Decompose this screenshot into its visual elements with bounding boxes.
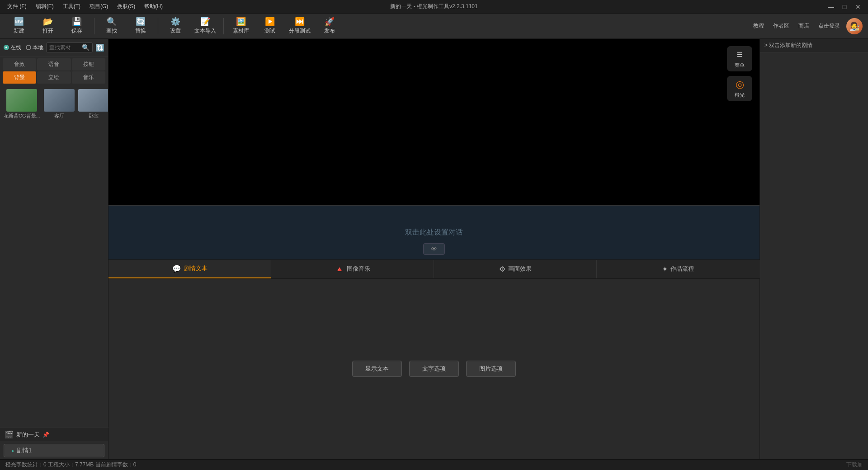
asset-thumb-3 — [78, 89, 108, 112]
open-icon: 📂 — [43, 18, 53, 26]
separator-1 — [94, 18, 94, 34]
search-area: 在线 本地 🔍 🔃 — [0, 39, 108, 56]
assets-button[interactable]: 🖼️ 素材库 — [227, 15, 255, 37]
import-icon: 📝 — [200, 18, 210, 26]
replace-icon: 🔄 — [136, 18, 146, 26]
dialog-placeholder[interactable]: 双击此处设置对话 — [405, 228, 463, 237]
titlebar-title: 新的一天 - 橙光制作工具v2.2.3.1101 — [390, 3, 477, 10]
import-button[interactable]: 📝 文本导入 — [191, 15, 220, 37]
dialog-area[interactable]: 双击此处设置对话 👁 — [108, 205, 760, 259]
tab-sound-effect[interactable]: 音效 — [3, 58, 36, 70]
asset-thumb-2 — [44, 89, 75, 112]
tab-sprite[interactable]: 立绘 — [37, 71, 71, 84]
split-test-icon: ⏭️ — [295, 18, 305, 26]
show-text-button[interactable]: 显示文本 — [352, 361, 402, 377]
tab-work-flow[interactable]: ✦ 作品流程 — [597, 260, 760, 278]
maximize-button[interactable]: □ — [838, 2, 851, 11]
tab-script-text[interactable]: 💬 剧情文本 — [108, 260, 271, 278]
assets-icon: 🖼️ — [236, 18, 246, 26]
test-button[interactable]: ▶️ 测试 — [256, 15, 283, 37]
search-icon[interactable]: 🔍 — [82, 44, 90, 51]
user-avatar[interactable]: 🧑‍🎨 — [846, 18, 863, 34]
search-input[interactable] — [49, 44, 81, 51]
tab-image-music[interactable]: 🔺 图像音乐 — [271, 260, 434, 278]
image-options-button[interactable]: 图片选项 — [466, 361, 516, 377]
new-button[interactable]: 🆕 新建 — [5, 15, 33, 37]
tab-music[interactable]: 音乐 — [72, 71, 105, 84]
menu-overlay-label: 菜单 — [735, 62, 745, 69]
tutorial-link[interactable]: 教程 — [750, 20, 767, 32]
radio-online-dot — [4, 45, 9, 50]
settings-button[interactable]: ⚙️ 设置 — [162, 15, 189, 37]
menu-item-h[interactable]: 帮助(H) — [141, 2, 166, 11]
preview-canvas[interactable]: ≡ 菜单 ◎ 橙光 — [108, 39, 760, 205]
split-test-button[interactable]: ⏭️ 分段测试 — [285, 15, 314, 37]
orange-overlay-button[interactable]: ◎ 橙光 — [727, 76, 752, 101]
screen-effect-icon: ⚙ — [499, 265, 505, 273]
scene-bullet: ● — [11, 448, 14, 453]
project-pin-icon: 📌 — [42, 432, 49, 438]
titlebar: 文件 (F)编辑(E)工具(T)项目(G)换肤(S)帮助(H) 新的一天 - 橙… — [0, 0, 868, 14]
statusbar: 橙光字数统计：0 工程大小：7.77MB 当前剧情字数：0 下载加 — [0, 459, 868, 470]
menu-item-e[interactable]: 编辑(E) — [32, 2, 57, 11]
close-button[interactable]: ✕ — [852, 2, 864, 11]
app: 文件 (F)编辑(E)工具(T)项目(G)换肤(S)帮助(H) 新的一天 - 橙… — [0, 0, 868, 470]
asset-label-3: 卧室 — [78, 113, 108, 119]
asset-item-3[interactable]: 卧室 — [77, 88, 108, 120]
replace-button[interactable]: 🔄 替换 — [127, 15, 154, 37]
text-options-button[interactable]: 文字选项 — [409, 361, 459, 377]
scene-list-hint[interactable]: > 双击添加新的剧情 — [760, 39, 868, 52]
radio-local-dot — [26, 45, 31, 50]
project-icon: 🎬 — [5, 430, 14, 439]
toolbar-right: 教程 作者区 商店 点击登录 🧑‍🎨 — [750, 18, 863, 34]
asset-label-1: 花瓣背CG背景... — [4, 113, 40, 119]
asset-grid: 花瓣背CG背景... 客厅 卧室 — [0, 85, 108, 427]
menu-item-f[interactable]: 文件 (F) — [4, 2, 30, 11]
asset-thumb-1 — [6, 89, 37, 112]
tab-background[interactable]: 背景 — [3, 71, 36, 84]
test-icon: ▶️ — [265, 18, 275, 26]
work-flow-icon: ✦ — [662, 265, 668, 273]
separator-2 — [158, 18, 158, 34]
open-button[interactable]: 📂 打开 — [34, 15, 61, 37]
dialog-eye-button[interactable]: 👁 — [423, 243, 445, 255]
project-header: 🎬 新的一天 📌 — [0, 428, 108, 442]
separator-3 — [223, 18, 224, 34]
asset-item-1[interactable]: 花瓣背CG背景... — [3, 88, 41, 120]
left-column: 在线 本地 🔍 🔃 音效 语音 按钮 背景 — [0, 39, 108, 459]
body-area: 在线 本地 🔍 🔃 音效 语音 按钮 背景 — [0, 39, 868, 459]
menu-item-s[interactable]: 换肤(S) — [113, 2, 139, 11]
menu-item-t[interactable]: 工具(T) — [59, 2, 84, 11]
menu-overlay-button[interactable]: ≡ 菜单 — [727, 46, 752, 71]
scene-item[interactable]: ● 剧情1 — [4, 444, 104, 457]
scene-name: 剧情1 — [17, 446, 32, 455]
login-link[interactable]: 点击登录 — [816, 20, 843, 32]
canvas-overlay-buttons: ≡ 菜单 ◎ 橙光 — [727, 46, 752, 101]
search-input-wrap[interactable]: 🔍 — [46, 42, 93, 52]
radio-local[interactable]: 本地 — [26, 44, 43, 52]
toolbar: 🆕 新建 📂 打开 💾 保存 🔍 查找 🔄 替换 ⚙️ 设置 📝 文本导入 — [0, 14, 868, 39]
author-link[interactable]: 作者区 — [770, 20, 792, 32]
tab-screen-effect[interactable]: ⚙ 画面效果 — [434, 260, 597, 278]
radio-online[interactable]: 在线 — [4, 44, 21, 52]
asset-item-2[interactable]: 客厅 — [43, 88, 75, 120]
shop-link[interactable]: 商店 — [796, 20, 812, 32]
right-column: > 双击添加新的剧情 — [760, 39, 868, 459]
tab-voice[interactable]: 语音 — [37, 58, 71, 70]
find-button[interactable]: 🔍 查找 — [98, 15, 125, 37]
project-name: 新的一天 — [16, 431, 40, 439]
center-column: ≡ 菜单 ◎ 橙光 双击此处设置对话 👁 💬 剧情文本 — [108, 39, 760, 459]
tab-button[interactable]: 按钮 — [72, 58, 105, 70]
radio-group: 在线 本地 — [4, 44, 43, 52]
minimize-button[interactable]: — — [825, 2, 837, 11]
refresh-button[interactable]: 🔃 — [95, 43, 104, 52]
watermark: 下载加 — [846, 461, 863, 469]
find-icon: 🔍 — [107, 18, 117, 26]
titlebar-menu: 文件 (F)编辑(E)工具(T)项目(G)换肤(S)帮助(H) — [4, 2, 166, 11]
publish-button[interactable]: 🚀 发布 — [316, 15, 343, 37]
titlebar-controls: — □ ✕ — [825, 2, 864, 11]
status-text: 橙光字数统计：0 工程大小：7.77MB 当前剧情字数：0 — [5, 461, 136, 469]
menu-item-g[interactable]: 项目(G) — [86, 2, 112, 11]
save-icon: 💾 — [72, 18, 82, 26]
save-button[interactable]: 💾 保存 — [63, 15, 90, 37]
